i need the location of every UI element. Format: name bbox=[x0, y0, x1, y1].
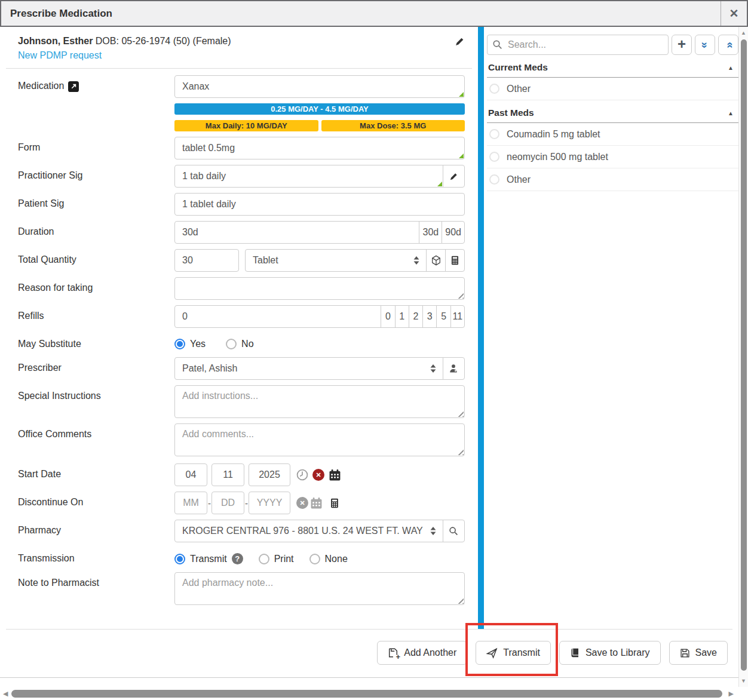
patient-sig-input[interactable] bbox=[174, 193, 465, 216]
edit-patient-button[interactable] bbox=[455, 36, 465, 47]
save-label: Save bbox=[695, 647, 717, 658]
add-another-button[interactable]: + Add Another bbox=[377, 641, 467, 665]
transmission-transmit-radio[interactable] bbox=[174, 554, 185, 564]
past-meds-header[interactable]: Past Meds ▲ bbox=[487, 100, 738, 123]
refills-quick-5-button[interactable]: 5 bbox=[436, 305, 450, 328]
transmit-label: Transmit bbox=[503, 647, 540, 658]
refills-quick-0-button[interactable]: 0 bbox=[381, 305, 395, 328]
discontinue-year-input[interactable] bbox=[249, 492, 290, 514]
collapse-triangle-icon[interactable]: ▲ bbox=[728, 65, 734, 71]
prescription-add-icon: + bbox=[388, 647, 398, 658]
scroll-right-arrow-icon[interactable]: ▶ bbox=[729, 687, 734, 700]
new-pdmp-request-link[interactable]: New PDMP request bbox=[18, 50, 102, 61]
start-date-day-input[interactable] bbox=[211, 463, 244, 486]
transmission-print-label: Print bbox=[274, 554, 294, 564]
med-item-label: Other bbox=[507, 84, 531, 94]
duration-input[interactable] bbox=[174, 221, 419, 244]
pharmacy-search-button[interactable] bbox=[443, 520, 465, 542]
substitute-no-label: No bbox=[241, 339, 253, 349]
refills-quick-11-button[interactable]: 11 bbox=[450, 305, 465, 328]
medication-input[interactable]: Xanax bbox=[174, 75, 465, 98]
dispense-unit-button[interactable] bbox=[426, 249, 446, 272]
past-med-item-neomycin[interactable]: neomycin 500 mg tablet bbox=[487, 146, 738, 168]
special-instructions-input[interactable] bbox=[174, 385, 465, 418]
refills-quick-1-button[interactable]: 1 bbox=[395, 305, 409, 328]
duration-quick-90d-button[interactable]: 90d bbox=[442, 221, 465, 244]
date-separator: - bbox=[207, 498, 211, 508]
add-med-button[interactable]: + bbox=[672, 35, 692, 55]
save-to-library-label: Save to Library bbox=[585, 647, 650, 658]
collapse-all-button[interactable]: » bbox=[718, 35, 738, 55]
practitioner-sig-input[interactable]: 1 tab daily bbox=[174, 165, 443, 188]
expand-all-button[interactable]: » bbox=[695, 35, 715, 55]
calendar-icon[interactable] bbox=[329, 469, 341, 481]
start-date-label: Start Date bbox=[18, 469, 61, 480]
discontinue-day-input[interactable] bbox=[211, 492, 244, 514]
reason-input[interactable] bbox=[174, 277, 465, 300]
transmit-button[interactable]: Transmit bbox=[476, 641, 551, 665]
book-icon bbox=[570, 647, 580, 658]
refills-input[interactable] bbox=[174, 305, 381, 328]
pharmacy-note-input[interactable] bbox=[174, 572, 465, 605]
calendar-gray-icon[interactable] bbox=[310, 497, 323, 509]
clock-icon[interactable] bbox=[296, 469, 308, 481]
current-med-item-other[interactable]: Other bbox=[487, 78, 738, 100]
substitute-yes-radio[interactable] bbox=[174, 339, 185, 349]
close-button[interactable]: ✕ bbox=[721, 1, 747, 26]
quantity-unit-select[interactable]: Tablet bbox=[245, 249, 427, 272]
transmission-none-radio[interactable] bbox=[309, 554, 320, 564]
calculate-quantity-button[interactable] bbox=[445, 249, 465, 272]
start-date-month-input[interactable] bbox=[174, 463, 207, 486]
save-button[interactable]: Save bbox=[669, 641, 728, 665]
save-to-library-button[interactable]: Save to Library bbox=[559, 641, 661, 665]
total-quantity-input[interactable] bbox=[174, 249, 239, 272]
chevron-double-down-icon: » bbox=[699, 42, 710, 48]
horizontal-scroll-thumb[interactable] bbox=[11, 690, 722, 698]
past-med-item-other[interactable]: Other bbox=[487, 168, 738, 191]
duration-quick-30d-button[interactable]: 30d bbox=[419, 221, 442, 244]
scroll-left-arrow-icon[interactable]: ◀ bbox=[3, 687, 8, 700]
add-another-label: Add Another bbox=[404, 647, 456, 658]
med-bullet-icon bbox=[489, 152, 499, 162]
scroll-up-arrow-icon[interactable]: ▲ bbox=[739, 28, 748, 38]
past-med-item-coumadin[interactable]: Coumadin 5 mg tablet bbox=[487, 123, 738, 146]
transmission-print-radio[interactable] bbox=[259, 554, 269, 564]
dialog-content: Johnson, Esther DOB: 05-26-1974 (50) (Fe… bbox=[0, 27, 738, 687]
meds-search-input[interactable] bbox=[487, 35, 669, 55]
edit-sig-button[interactable] bbox=[443, 165, 465, 188]
prescribe-medication-dialog: Prescribe Medication ✕ Johnson, Esther D… bbox=[0, 0, 748, 700]
sort-arrows-icon bbox=[430, 364, 437, 373]
external-link-icon[interactable] bbox=[68, 81, 79, 92]
form-input[interactable]: tablet 0.5mg bbox=[174, 137, 465, 159]
refills-quick-2-button[interactable]: 2 bbox=[409, 305, 423, 328]
vertical-scrollbar[interactable]: ▲ ▼ bbox=[738, 27, 748, 687]
discontinue-month-input[interactable] bbox=[174, 492, 207, 514]
prescriber-select[interactable]: Patel, Ashish bbox=[174, 357, 443, 380]
pencil-icon bbox=[449, 172, 458, 181]
office-comments-input[interactable] bbox=[174, 423, 465, 456]
reason-label: Reason for taking bbox=[18, 283, 93, 293]
med-item-label: neomycin 500 mg tablet bbox=[507, 152, 608, 162]
start-date-year-input[interactable] bbox=[249, 463, 290, 486]
current-meds-header[interactable]: Current Meds ▲ bbox=[487, 55, 738, 78]
prescriber-info-button[interactable] bbox=[443, 357, 465, 380]
help-icon[interactable]: ? bbox=[232, 553, 243, 564]
vertical-scroll-thumb[interactable] bbox=[741, 39, 747, 671]
horizontal-scrollbar[interactable]: ◀ ▶ bbox=[0, 687, 738, 700]
plus-icon: + bbox=[678, 37, 686, 51]
sort-arrows-icon bbox=[413, 256, 420, 265]
clear-discontinue-date-icon[interactable]: ✕ bbox=[296, 497, 308, 509]
pharmacy-select[interactable]: KROGER CENTRAL 976 - 8801 U.S. 24 WEST F… bbox=[174, 520, 443, 542]
current-meds-title: Current Meds bbox=[488, 62, 548, 73]
substitute-no-radio[interactable] bbox=[226, 339, 237, 349]
cube-icon bbox=[431, 255, 442, 266]
pharmacy-label: Pharmacy bbox=[18, 525, 61, 536]
scroll-down-arrow-icon[interactable]: ▼ bbox=[739, 676, 748, 686]
clear-start-date-icon[interactable]: ✕ bbox=[312, 469, 324, 481]
collapse-triangle-icon[interactable]: ▲ bbox=[728, 110, 734, 116]
refills-quick-3-button[interactable]: 3 bbox=[422, 305, 437, 328]
past-meds-title: Past Meds bbox=[488, 108, 534, 118]
total-quantity-label: Total Quantity bbox=[18, 254, 76, 265]
dialog-title: Prescribe Medication bbox=[1, 8, 112, 20]
calculate-date-icon[interactable] bbox=[329, 498, 340, 509]
